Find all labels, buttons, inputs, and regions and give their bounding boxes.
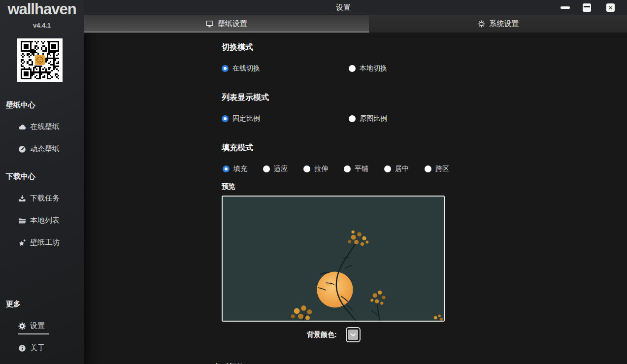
background-color-dropdown[interactable]	[346, 327, 361, 342]
radio-selected-icon	[222, 65, 229, 72]
download-icon	[18, 194, 27, 203]
tab-bar: 壁纸设置 系统设置	[84, 15, 627, 33]
radio-selected-icon	[223, 165, 230, 172]
radio-online-switch[interactable]: 在线切换	[222, 64, 260, 73]
radio-fill[interactable]: 填充	[223, 165, 247, 173]
chevron-down-icon	[350, 333, 356, 337]
radio-label: 拉伸	[314, 165, 328, 173]
tab-system-settings[interactable]: 系统设置	[369, 15, 627, 33]
radio-label: 固定比例	[232, 114, 260, 123]
radio-tile[interactable]: 平铺	[344, 165, 368, 173]
titlebar: 设置 ✕	[84, 0, 627, 15]
section-title-fill-mode: 填充模式	[222, 143, 253, 153]
sidebar-item-label: 动态壁纸	[30, 144, 60, 154]
radio-label: 适应	[274, 165, 288, 173]
radio-unselected-icon	[384, 165, 391, 172]
sidebar-header-wallpaper-center: 壁纸中心	[6, 100, 35, 110]
background-color-label: 背景颜色:	[307, 331, 337, 339]
maximize-button[interactable]	[583, 3, 591, 12]
sidebar-item-download-tasks[interactable]: 下载任务	[18, 194, 60, 203]
active-item-underline	[18, 333, 49, 334]
folder-icon	[18, 216, 27, 225]
radio-span[interactable]: 跨区	[425, 165, 449, 173]
preview-label: 预览	[222, 182, 235, 191]
radio-label: 原图比例	[360, 114, 387, 123]
radio-fixed-ratio[interactable]: 固定比例	[222, 114, 260, 123]
radio-unselected-icon	[263, 165, 270, 172]
app-version: v4.4.1	[0, 22, 84, 29]
radio-local-switch[interactable]: 本地切换	[349, 64, 387, 73]
radio-label: 在线切换	[232, 64, 260, 73]
app-window: 设置 ✕ 壁纸设置	[0, 0, 627, 364]
star-sparkle-icon	[18, 238, 27, 247]
close-icon: ✕	[608, 5, 613, 11]
maximize-icon	[584, 6, 590, 7]
sidebar-header-download-center: 下载中心	[6, 172, 35, 181]
radio-stretch[interactable]: 拉伸	[303, 165, 328, 173]
sidebar-item-about[interactable]: 关于	[18, 343, 45, 353]
radio-label: 跨区	[435, 165, 449, 173]
sidebar-item-label: 设置	[30, 321, 45, 331]
wallpaper-preview	[222, 196, 445, 322]
app-logo: wallhaven	[0, 0, 84, 18]
main-area: 设置 ✕ 壁纸设置	[84, 0, 627, 364]
sidebar-item-settings[interactable]: 设置	[18, 321, 45, 331]
sidebar-item-online-wallpaper[interactable]: 在线壁纸	[18, 122, 60, 132]
cloud-icon	[18, 123, 27, 132]
radio-selected-icon	[222, 115, 229, 122]
radio-unselected-icon	[344, 165, 351, 172]
minimize-button[interactable]	[561, 6, 570, 9]
sidebar: wallhaven v4.4.1 壁纸中心 在线壁纸	[0, 0, 84, 364]
sidebar-item-label: 本地列表	[30, 216, 60, 225]
sidebar-item-label: 在线壁纸	[30, 122, 60, 132]
qr-code	[17, 38, 63, 82]
sidebar-header-more: 更多	[6, 299, 21, 309]
tab-wallpaper-settings[interactable]: 壁纸设置	[84, 15, 369, 33]
radio-unselected-icon	[425, 165, 431, 172]
gauge-icon	[18, 145, 27, 154]
sidebar-item-wallpaper-workshop[interactable]: 壁纸工坊	[18, 238, 60, 247]
gear-icon	[477, 20, 486, 28]
sidebar-item-label: 壁纸工坊	[30, 238, 60, 247]
sidebar-item-label: 下载任务	[30, 194, 60, 203]
sidebar-item-local-list[interactable]: 本地列表	[18, 216, 60, 225]
sidebar-item-label: 关于	[30, 343, 45, 353]
info-icon	[18, 344, 27, 353]
radio-label: 平铺	[355, 165, 368, 173]
color-swatch	[348, 330, 358, 340]
radio-center[interactable]: 居中	[384, 165, 409, 173]
radio-label: 填充	[233, 165, 247, 173]
section-title-list-display-mode: 列表显示模式	[222, 93, 269, 103]
moon-wallpaper-image	[223, 197, 444, 321]
settings-content: 切换模式 在线切换 本地切换 列表显示模式 固定比例 原图比例 填充模式 填	[84, 33, 627, 364]
tab-label: 壁纸设置	[218, 19, 247, 29]
radio-unselected-icon	[303, 165, 310, 172]
radio-original-ratio[interactable]: 原图比例	[349, 114, 387, 123]
sidebar-item-dynamic-wallpaper[interactable]: 动态壁纸	[18, 144, 60, 154]
window-title: 设置	[336, 3, 351, 12]
radio-unselected-icon	[349, 65, 356, 72]
monitor-icon	[205, 20, 214, 28]
tab-label: 系统设置	[490, 19, 519, 29]
gear-icon	[18, 322, 27, 331]
section-title-switch-mode: 切换模式	[222, 42, 253, 53]
radio-label: 居中	[395, 165, 409, 173]
radio-unselected-icon	[349, 115, 356, 122]
radio-label: 本地切换	[360, 64, 387, 73]
radio-fit[interactable]: 适应	[263, 165, 288, 173]
close-button[interactable]: ✕	[606, 3, 615, 12]
